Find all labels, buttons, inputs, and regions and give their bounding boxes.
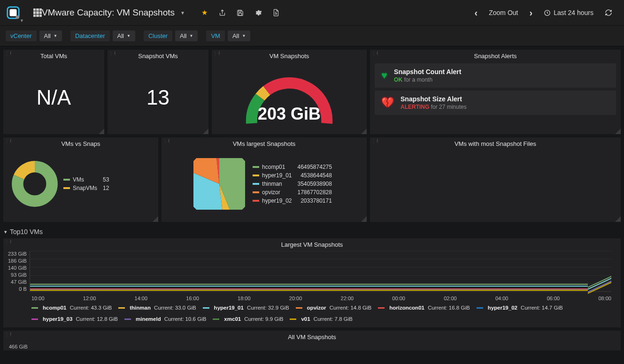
stat-value: N/A: [3, 61, 104, 134]
panel-snapshot-alerts[interactable]: ⋮⋮ i Snapshot Alerts ♥Snapshot Count Ale…: [370, 50, 621, 134]
export-pdf-button[interactable]: [268, 4, 285, 21]
drag-handle-icon[interactable]: ⋮⋮: [371, 51, 377, 56]
legend-item[interactable]: xmc01 Current: 9.9 GiB: [213, 316, 283, 322]
panel-most-snapshot-files[interactable]: ⋮⋮ i VMs with most Snapshot Files: [370, 137, 621, 222]
panel-largest-snapshots-pie[interactable]: ⋮⋮ i VMs largest Snapshots hcomp01464958…: [162, 137, 367, 222]
legend-row[interactable]: opvizor17867702828: [250, 188, 335, 197]
legend-item[interactable]: minemeld Current: 10.6 GiB: [124, 316, 206, 322]
drag-handle-icon[interactable]: ⋮⋮: [213, 51, 218, 56]
donut-chart: [9, 158, 61, 210]
info-icon[interactable]: i: [377, 138, 380, 144]
refresh-button[interactable]: [600, 4, 617, 21]
drag-handle-icon[interactable]: ⋮⋮: [4, 138, 10, 144]
legend-item[interactable]: hyper19_03 Current: 12.8 GiB: [31, 316, 118, 322]
panel-vm-snapshots-gauge[interactable]: ⋮⋮ i VM Snapshots 203 GiB: [212, 50, 367, 134]
panel-title: VMs vs Snaps: [3, 137, 158, 148]
drag-handle-icon[interactable]: ⋮⋮: [108, 51, 114, 56]
heart-break-icon: 💔: [381, 97, 394, 109]
time-range-label: Last 24 hours: [554, 9, 593, 16]
caret-down-icon: ▼: [20, 18, 24, 23]
panel-title: Snapshot Alerts: [370, 50, 621, 61]
info-icon[interactable]: i: [218, 50, 222, 56]
star-button[interactable]: ★: [196, 4, 213, 21]
panel-title: VM Snapshots: [212, 50, 367, 61]
info-icon[interactable]: i: [10, 138, 14, 144]
time-forward-button[interactable]: ›: [524, 4, 537, 21]
settings-button[interactable]: [250, 4, 267, 21]
var-dropdown-cluster[interactable]: All▼: [175, 30, 198, 41]
save-button[interactable]: [232, 4, 249, 21]
drag-handle-icon[interactable]: ⋮⋮: [4, 239, 10, 245]
resize-handle[interactable]: [203, 129, 208, 134]
var-label-cluster: Cluster: [144, 30, 172, 41]
drag-handle-icon[interactable]: ⋮⋮: [4, 332, 10, 337]
gauge-value: 203 GiB: [212, 104, 367, 124]
alert-row[interactable]: ♥Snapshot Count AlertOK for a month: [375, 63, 616, 88]
resize-handle[interactable]: [361, 216, 367, 222]
drag-handle-icon[interactable]: ⋮⋮: [371, 138, 377, 144]
panel-all-vm-snapshots[interactable]: ⋮⋮ i All VM Snapshots 466 GiB: [3, 331, 621, 350]
svg-rect-3: [239, 10, 241, 12]
legend-item[interactable]: v01 Current: 7.8 GiB: [290, 316, 352, 322]
x-axis: 10:0012:0014:0016:0018:0020:0022:0000:00…: [3, 294, 621, 301]
top-navbar: ▼ VMware Capacity: VM Snapshots ▼ ★ ‹ Zo…: [0, 0, 624, 26]
legend-row[interactable]: thinman35405938908: [250, 180, 335, 188]
panel-largest-vm-snapshots[interactable]: ⋮⋮ i Largest VM Snapshots 233 GiB186 GiB…: [3, 238, 621, 327]
info-icon[interactable]: i: [10, 50, 14, 56]
panel-title: VMs largest Snapshots: [162, 137, 367, 148]
zoom-out-button[interactable]: Zoom Out: [484, 4, 523, 21]
info-icon[interactable]: i: [10, 331, 14, 337]
legend-table: hcomp0146495874275hyper19_014538644548th…: [250, 163, 335, 205]
drag-handle-icon[interactable]: ⋮⋮: [4, 51, 10, 56]
legend-item[interactable]: thinman Current: 33.0 GiB: [118, 305, 196, 311]
time-back-button[interactable]: ‹: [470, 4, 483, 21]
graph-legend: hcomp01 Current: 43.3 GiBthinman Current…: [3, 301, 621, 327]
var-dropdown-vm[interactable]: All▼: [228, 30, 250, 41]
legend-row[interactable]: hyper19_014538644548: [250, 171, 335, 180]
var-label-datacenter: Datacenter: [70, 30, 110, 41]
dashboard-title: VMware Capacity: VM Snapshots: [42, 8, 175, 18]
var-dropdown-vcenter[interactable]: All▼: [39, 30, 62, 41]
legend-item[interactable]: horizoncon01 Current: 16.8 GiB: [378, 305, 470, 311]
alert-row[interactable]: 💔Snapshot Size AlertALERTING for 27 minu…: [375, 91, 616, 115]
resize-handle[interactable]: [615, 129, 621, 134]
svg-point-2: [15, 15, 19, 19]
plot-area[interactable]: [30, 251, 611, 292]
legend-item[interactable]: opvizor Current: 14.8 GiB: [296, 305, 372, 311]
var-dropdown-datacenter[interactable]: All▼: [113, 30, 135, 41]
resize-handle[interactable]: [99, 129, 104, 134]
legend-item[interactable]: hyper19_01 Current: 32.9 GiB: [203, 305, 289, 311]
resize-handle[interactable]: [153, 216, 158, 222]
dashboard-picker[interactable]: VMware Capacity: VM Snapshots ▼: [26, 0, 193, 26]
share-button[interactable]: [214, 4, 231, 21]
alert-name: Snapshot Size Alert: [401, 95, 467, 103]
legend-row[interactable]: hyper19_022033780171: [250, 197, 335, 205]
alert-status: OK for a month: [394, 76, 461, 83]
panel-snapshot-vms[interactable]: ⋮⋮ i Snapshot VMs 13: [108, 50, 208, 134]
var-label-vm: VM: [206, 30, 225, 41]
resize-handle[interactable]: [361, 129, 367, 134]
legend-row[interactable]: VMs53: [61, 175, 112, 184]
panel-total-vms[interactable]: ⋮⋮ i Total VMs N/A: [3, 50, 104, 134]
info-icon[interactable]: i: [10, 239, 14, 244]
resize-handle[interactable]: [615, 216, 621, 222]
info-icon[interactable]: i: [114, 50, 118, 56]
legend-row[interactable]: hcomp0146495874275: [250, 163, 335, 171]
time-picker[interactable]: Last 24 hours: [539, 4, 598, 21]
info-icon[interactable]: i: [377, 50, 380, 56]
row-toggle-top10[interactable]: ▾ Top10 VMs: [3, 225, 621, 238]
legend-row[interactable]: SnapVMs12: [61, 184, 112, 192]
y-axis: 233 GiB186 GiB140 GiB93 GiB47 GiB0 B: [8, 251, 30, 292]
alert-status: ALERTING for 27 minutes: [401, 104, 467, 110]
svg-rect-1: [9, 9, 16, 16]
legend-table: VMs53SnapVMs12: [61, 175, 112, 192]
panel-vms-vs-snaps[interactable]: ⋮⋮ i VMs vs Snaps VMs53SnapVMs12: [3, 137, 158, 222]
legend-item[interactable]: hcomp01 Current: 43.3 GiB: [31, 305, 112, 311]
drag-handle-icon[interactable]: ⋮⋮: [162, 138, 168, 144]
svg-rect-4: [239, 13, 242, 15]
brand-menu[interactable]: ▼: [0, 0, 26, 26]
legend-item[interactable]: hyper19_02 Current: 14.7 GiB: [477, 305, 563, 311]
clock-icon: [544, 9, 551, 16]
var-label-vcenter: vCenter: [6, 30, 37, 41]
info-icon[interactable]: i: [168, 138, 172, 144]
